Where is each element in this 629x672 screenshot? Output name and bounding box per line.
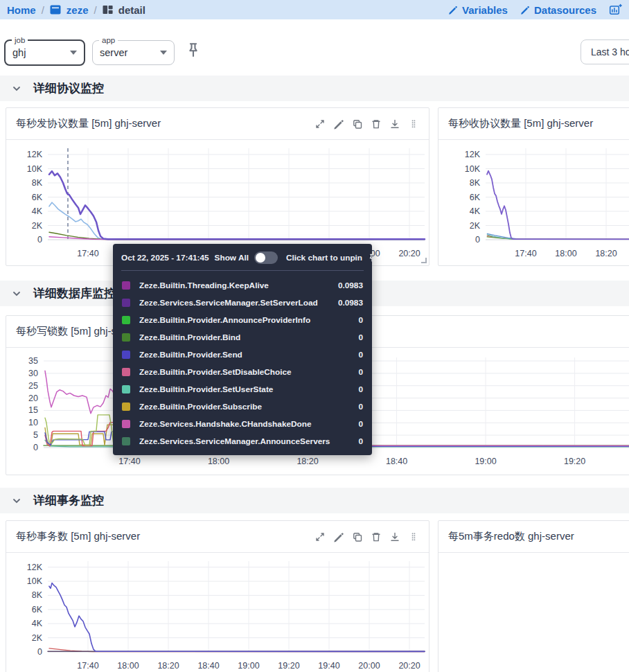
job-select[interactable]: job ghj	[4, 39, 85, 66]
expand-icon[interactable]	[314, 531, 326, 542]
sent-protocols-chart[interactable]: 12K10K8K6K4K2K017:4018:0018:2018:4019:00…	[48, 148, 425, 240]
tooltip-series-row[interactable]: Zeze.Builtin.Threading.KeepAlive0.0983	[113, 276, 372, 294]
series-name: Zeze.Services.Handshake.CHandshakeDone	[139, 419, 353, 429]
tooltip-series-row[interactable]: Zeze.Builtin.Provider.SetDisableChoice0	[113, 363, 372, 380]
app-select[interactable]: app server	[92, 40, 175, 65]
x-axis-tick-label: 18:20	[148, 661, 189, 671]
chevron-down-icon	[11, 83, 22, 94]
delete-icon[interactable]	[371, 118, 382, 130]
series-color-swatch	[122, 403, 130, 411]
section-protocol[interactable]: 详细协议监控	[0, 76, 629, 101]
transactions-chart[interactable]: 12K10K8K6K4K2K017:4018:0018:2018:4019:00…	[48, 561, 425, 652]
breadcrumb-folder[interactable]: zeze	[67, 4, 89, 16]
series-name: Zeze.Services.ServiceManager.AnnounceSer…	[139, 436, 353, 446]
series-name: Zeze.Builtin.Threading.KeepAlive	[139, 281, 333, 290]
y-axis-tick-label: 10K	[445, 163, 480, 175]
panel-header: 每秒收协议数量 [5m] ghj-server	[438, 108, 629, 140]
folder-icon	[50, 5, 61, 15]
x-axis-tick-label: 19:00	[228, 661, 269, 671]
chart-tooltip: Oct 22, 2025 - 17:41:45 Show All Click c…	[113, 244, 372, 455]
pin-filters-icon[interactable]	[186, 42, 201, 58]
tooltip-series-row[interactable]: Zeze.Builtin.Provider.Send0	[113, 346, 372, 363]
received-protocols-chart[interactable]: 12K10K8K6K4K2K017:4018:0018:2018:40	[486, 148, 629, 240]
show-all-toggle[interactable]	[254, 251, 278, 264]
y-axis-tick-label: 10K	[8, 576, 42, 587]
drag-handle-icon[interactable]	[408, 531, 419, 542]
edit-icon[interactable]	[333, 118, 344, 130]
y-axis-tick-label: 2K	[445, 220, 480, 231]
edit-icon[interactable]	[333, 531, 344, 542]
chart-series[interactable]	[486, 148, 629, 240]
y-axis-tick-label: 2K	[8, 633, 42, 644]
y-axis-tick-label: 4K	[8, 206, 42, 217]
section-transaction[interactable]: 详细事务监控	[0, 488, 629, 513]
breadcrumb-home[interactable]: Home	[7, 4, 36, 16]
x-axis-tick-label: 20:20	[389, 661, 430, 671]
series-value: 0	[358, 350, 363, 360]
series-line	[49, 171, 425, 239]
series-value: 0.0983	[338, 281, 363, 290]
chart-series[interactable]	[48, 561, 425, 652]
tooltip-timestamp: Oct 22, 2025 - 17:41:45	[121, 253, 209, 263]
tooltip-series-row[interactable]: Zeze.Builtin.Provider.SetUserState0	[113, 380, 372, 398]
panel-title: 每秒发协议数量 [5m] ghj-server	[16, 117, 161, 130]
y-axis-tick-label: 0	[8, 646, 42, 657]
series-color-swatch	[122, 351, 130, 359]
delete-icon[interactable]	[371, 531, 382, 542]
expand-icon[interactable]	[314, 118, 326, 130]
show-all-label: Show All	[215, 253, 249, 263]
breadcrumb-separator: /	[94, 4, 97, 16]
copy-icon[interactable]	[352, 531, 363, 542]
datasources-link[interactable]: Datasources	[520, 4, 596, 16]
copy-icon[interactable]	[352, 118, 363, 130]
x-axis-tick-label: 17:40	[67, 249, 109, 258]
variables-label: Variables	[462, 4, 508, 16]
series-line	[49, 202, 425, 239]
x-axis-tick-label: 18:00	[198, 457, 240, 466]
tooltip-header: Oct 22, 2025 - 17:41:45 Show All Click c…	[113, 244, 372, 270]
y-axis-tick-label: 0	[445, 234, 480, 245]
tooltip-series-row[interactable]: Zeze.Services.ServiceManager.SetServerLo…	[113, 294, 372, 311]
chevron-down-icon	[11, 288, 22, 299]
job-select-value: ghj	[12, 47, 26, 58]
y-axis-tick-label: 25	[3, 380, 38, 391]
top-nav-bar: Home / zeze / detail Variables	[0, 0, 629, 19]
chevron-down-icon	[160, 51, 167, 55]
add-panel-icon[interactable]	[609, 3, 622, 16]
download-icon[interactable]	[389, 118, 400, 130]
tooltip-series-row[interactable]: Zeze.Builtin.Provider.Bind0	[113, 328, 372, 346]
tooltip-series-row[interactable]: Zeze.Services.Handshake.CHandshakeDone0	[113, 415, 372, 432]
y-axis-tick-label: 6K	[8, 604, 42, 615]
series-name: Zeze.Builtin.Provider.Bind	[139, 333, 353, 342]
chart-series[interactable]	[48, 148, 425, 240]
series-value: 0	[358, 436, 363, 446]
tooltip-series-row[interactable]: Zeze.Builtin.Provider.Subscribe0	[113, 398, 372, 415]
time-range-button[interactable]: Last 3 hours	[581, 39, 629, 64]
edit-pencil-icon	[520, 5, 530, 15]
x-axis-tick-label: 19:20	[268, 661, 310, 671]
app-select-value: server	[100, 47, 127, 58]
drag-handle-icon[interactable]	[408, 118, 419, 130]
series-value: 0	[358, 333, 363, 342]
series-color-swatch	[122, 385, 130, 394]
panel-title: 每5m事务redo数 ghj-server	[448, 530, 574, 543]
panel-toolbar	[314, 531, 419, 542]
chevron-down-icon	[70, 51, 77, 55]
section-title: 详细协议监控	[33, 80, 104, 96]
download-icon[interactable]	[389, 531, 400, 542]
x-axis-tick-label: 18:40	[626, 249, 629, 258]
variables-link[interactable]: Variables	[448, 4, 508, 16]
series-name: Zeze.Builtin.Provider.SetDisableChoice	[139, 367, 353, 377]
pin-icon[interactable]	[368, 253, 372, 263]
x-axis-tick-label: 17:40	[67, 661, 109, 671]
y-axis-tick-label: 12K	[8, 149, 42, 160]
y-axis-tick-label: 10K	[8, 163, 42, 175]
tooltip-series-row[interactable]: Zeze.Builtin.Provider.AnnounceProviderIn…	[113, 311, 372, 328]
y-axis-tick-label: 6K	[445, 192, 480, 203]
panel-resize-handle[interactable]	[421, 258, 427, 263]
series-color-swatch	[122, 420, 130, 428]
tooltip-series-row[interactable]: Zeze.Services.ServiceManager.AnnounceSer…	[113, 432, 372, 450]
y-axis-tick-label: 12K	[8, 562, 42, 573]
y-axis-tick-label: 12K	[445, 149, 480, 160]
series-line	[487, 171, 629, 240]
